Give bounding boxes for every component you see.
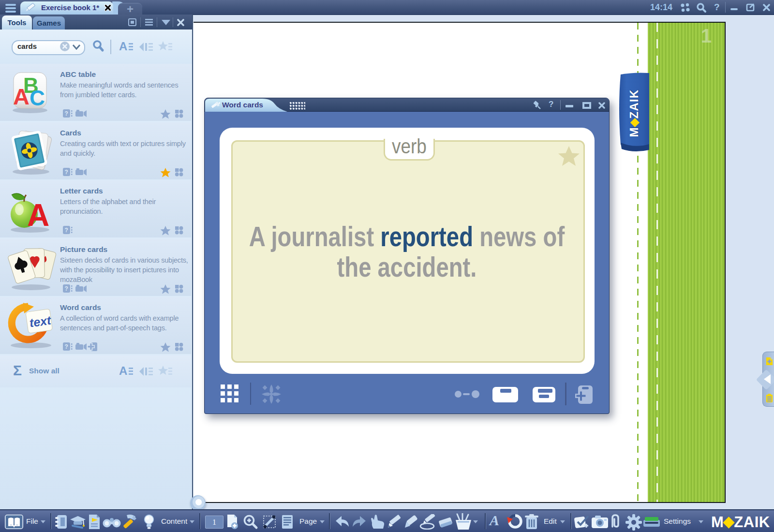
svg-text:A: A	[13, 84, 30, 109]
svg-text:?: ?	[65, 285, 68, 292]
svg-text:?: ?	[65, 343, 68, 350]
svg-text:?: ?	[65, 169, 68, 176]
svg-text:A: A	[119, 41, 127, 52]
svg-text:?: ?	[65, 227, 68, 234]
svg-text:A: A	[119, 365, 127, 377]
svg-text:?: ?	[65, 110, 68, 117]
svg-text:C: C	[30, 86, 45, 110]
